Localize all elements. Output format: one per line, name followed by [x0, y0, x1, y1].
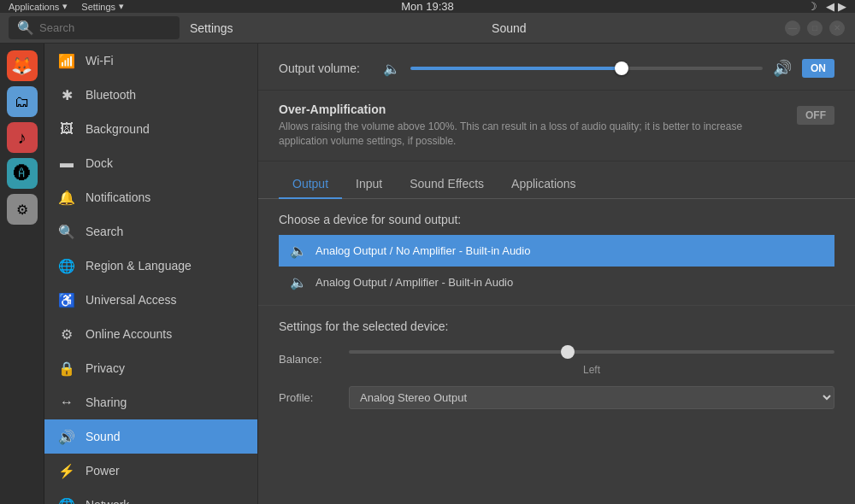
- titlebar-settings-label: Settings: [190, 21, 233, 35]
- balance-left-label: Left: [583, 364, 600, 376]
- volume-toggle-on[interactable]: ON: [802, 59, 834, 78]
- device-label-analog-no-amp: Analog Output / No Amplifier - Built-in …: [315, 244, 530, 257]
- maximize-button[interactable]: □: [807, 21, 823, 36]
- titlebar-title: Sound: [233, 21, 785, 35]
- balance-thumb[interactable]: [561, 345, 575, 359]
- applications-label: Applications: [9, 2, 59, 12]
- overamp-row: Over-Amplification Allows raising the vo…: [258, 91, 855, 161]
- sidebar-label-online-accounts: Online Accounts: [86, 327, 172, 341]
- sidebar-label-privacy: Privacy: [86, 361, 125, 375]
- search-sidebar-icon: 🔍: [58, 223, 75, 240]
- system-prefs-icon[interactable]: ⚙: [7, 194, 38, 225]
- applications-arrow: ▾: [62, 1, 68, 12]
- notifications-icon: 🔔: [58, 189, 75, 206]
- sidebar-item-background[interactable]: 🖼 Background: [44, 112, 257, 146]
- tab-applications[interactable]: Applications: [498, 170, 590, 199]
- tab-output[interactable]: Output: [279, 170, 342, 199]
- sidebar-label-network: Network: [86, 498, 129, 504]
- window-body: 🦊 🗂 ♪ 🅐 ⚙ 📶 Wi-Fi: [0, 44, 855, 504]
- universal-access-icon: ♿: [58, 291, 75, 308]
- sidebar: 📶 Wi-Fi ✱ Bluetooth 🖼 Background ▬ Dock …: [44, 44, 258, 504]
- volume-label: Output volume:: [279, 62, 373, 75]
- device-label-analog-amp: Analog Output / Amplifier - Built-in Aud…: [315, 276, 513, 289]
- window-controls: — □ ✕: [785, 21, 845, 36]
- volume-slider[interactable]: [410, 67, 763, 70]
- settings-menu[interactable]: Settings ▾: [81, 1, 124, 12]
- search-box[interactable]: 🔍: [9, 16, 180, 39]
- overamp-toggle[interactable]: OFF: [797, 106, 834, 125]
- sidebar-label-notifications: Notifications: [86, 190, 150, 204]
- region-icon: 🌐: [58, 257, 75, 274]
- profile-select[interactable]: Analog Stereo Output: [349, 386, 834, 409]
- sidebar-label-region: Region & Language: [86, 259, 192, 273]
- minimize-button[interactable]: —: [785, 21, 800, 36]
- online-accounts-icon: ⚙: [58, 325, 75, 343]
- device-item-analog-amp[interactable]: 🔈 Analog Output / Amplifier - Built-in A…: [279, 267, 834, 298]
- finder-icon[interactable]: 🗂: [7, 86, 38, 117]
- balance-label: Balance:: [279, 353, 339, 366]
- tab-sound-effects[interactable]: Sound Effects: [396, 170, 498, 199]
- device-settings: Settings for the selected device: Balanc…: [258, 305, 855, 433]
- sidebar-item-notifications[interactable]: 🔔 Notifications: [44, 180, 257, 214]
- search-icon: 🔍: [17, 20, 34, 36]
- sidebar-item-power[interactable]: ⚡ Power: [44, 454, 257, 488]
- firefox-icon[interactable]: 🦊: [7, 50, 38, 81]
- device-item-analog-no-amp[interactable]: 🔈 Analog Output / No Amplifier - Built-i…: [279, 235, 834, 267]
- tabs-bar: Output Input Sound Effects Applications: [258, 161, 855, 199]
- app-dock: 🦊 🗂 ♪ 🅐 ⚙: [0, 44, 44, 504]
- speaker-amp-icon: 🔈: [290, 274, 307, 290]
- topbar: Applications ▾ Settings ▾ Mon 19:38 ☽ ◀ …: [0, 0, 855, 13]
- profile-row: Profile: Analog Stereo Output: [279, 386, 834, 409]
- sidebar-item-privacy[interactable]: 🔒 Privacy: [44, 351, 257, 385]
- volume-thumb[interactable]: [615, 62, 628, 75]
- overamp-toggle-button[interactable]: OFF: [797, 106, 834, 125]
- sidebar-item-network[interactable]: 🌐 Network: [44, 488, 257, 504]
- sound-icon: 🔊: [58, 428, 75, 445]
- sidebar-item-search[interactable]: 🔍 Search: [44, 214, 257, 249]
- sidebar-item-region[interactable]: 🌐 Region & Language: [44, 249, 257, 283]
- applications-menu[interactable]: Applications ▾: [9, 1, 68, 12]
- sharing-icon: ↔: [58, 394, 75, 411]
- sidebar-item-universal-access[interactable]: ♿ Universal Access: [44, 283, 257, 317]
- topbar-icons: ◀ ▶: [826, 0, 846, 13]
- sidebar-label-background: Background: [86, 122, 150, 136]
- sidebar-label-bluetooth: Bluetooth: [86, 88, 136, 102]
- sidebar-label-universal-access: Universal Access: [86, 293, 177, 307]
- background-icon: 🖼: [58, 120, 75, 138]
- volume-low-icon: 🔈: [383, 61, 400, 77]
- topbar-time: Mon 19:38: [401, 0, 453, 13]
- tab-input[interactable]: Input: [342, 170, 396, 199]
- balance-slider-container[interactable]: [349, 343, 834, 360]
- balance-track: [349, 350, 834, 354]
- sidebar-label-search: Search: [86, 225, 123, 238]
- topbar-left: Applications ▾ Settings ▾: [9, 1, 124, 12]
- sidebar-item-bluetooth[interactable]: ✱ Bluetooth: [44, 78, 257, 112]
- overamp-description: Allows raising the volume above 100%. Th…: [279, 120, 787, 149]
- appstore-icon[interactable]: 🅐: [7, 158, 38, 189]
- search-input[interactable]: [39, 21, 159, 34]
- sidebar-item-wifi[interactable]: 📶 Wi-Fi: [44, 44, 257, 78]
- balance-labels: Left: [349, 364, 834, 376]
- close-button[interactable]: ✕: [829, 21, 845, 36]
- sidebar-item-sharing[interactable]: ↔ Sharing: [44, 385, 257, 419]
- overamp-text: Over-Amplification Allows raising the vo…: [279, 103, 787, 149]
- sidebar-label-sharing: Sharing: [86, 396, 127, 409]
- volume-high-icon: 🔊: [773, 59, 792, 78]
- moon-icon: ☽: [807, 0, 817, 13]
- sidebar-item-online-accounts[interactable]: ⚙ Online Accounts: [44, 317, 257, 351]
- titlebar: 🔍 Settings Sound — □ ✕: [0, 13, 855, 44]
- settings-menu-arrow: ▾: [119, 1, 124, 12]
- sidebar-label-dock: Dock: [86, 156, 113, 170]
- volume-slider-container[interactable]: [410, 67, 763, 70]
- sidebar-item-sound[interactable]: 🔊 Sound: [44, 419, 257, 454]
- network-icon: 🌐: [58, 496, 75, 504]
- music-icon[interactable]: ♪: [7, 122, 38, 153]
- sidebar-label-wifi: Wi-Fi: [86, 54, 114, 67]
- overamp-title: Over-Amplification: [279, 103, 787, 116]
- device-section: Choose a device for sound output: 🔈 Anal…: [258, 199, 855, 305]
- bluetooth-icon: ✱: [58, 86, 75, 103]
- privacy-icon: 🔒: [58, 360, 75, 377]
- sidebar-item-dock[interactable]: ▬ Dock: [44, 146, 257, 180]
- dock-icon: ▬: [58, 155, 75, 172]
- volume-row: Output volume: 🔈 🔊 ON: [258, 44, 855, 91]
